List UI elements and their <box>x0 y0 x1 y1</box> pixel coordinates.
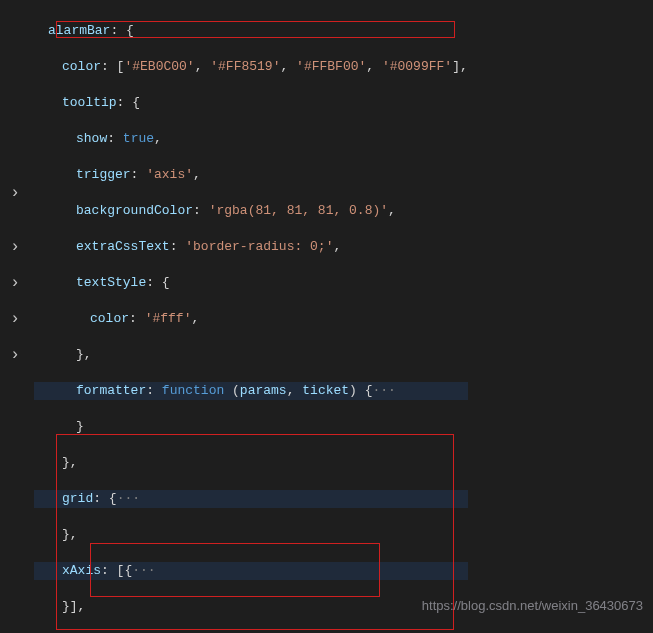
chevron-right-icon <box>10 186 20 201</box>
code-line: extraCssText: 'border-radius: 0;', <box>34 238 468 256</box>
code-line-folded: xAxis: [{··· <box>34 562 468 580</box>
fold-gutter <box>0 0 30 633</box>
gutter-row <box>0 166 30 184</box>
chevron-right-icon <box>10 276 20 291</box>
fold-toggle[interactable] <box>0 310 30 328</box>
gutter-row <box>0 220 30 238</box>
gutter-row <box>0 76 30 94</box>
code-line: alarmBar: { <box>34 22 468 40</box>
gutter-row <box>0 148 30 166</box>
fold-toggle[interactable] <box>0 238 30 256</box>
code-line: }], <box>34 598 468 616</box>
chevron-right-icon <box>10 312 20 327</box>
gutter-row <box>0 58 30 76</box>
gutter-row <box>0 94 30 112</box>
code-line: color: ['#EB0C00', '#FF8519', '#FFBF00',… <box>34 58 468 76</box>
code-line-folded: formatter: function (params, ticket) {··… <box>34 382 468 400</box>
gutter-row <box>0 328 30 346</box>
gutter-row <box>0 202 30 220</box>
chevron-right-icon <box>10 240 20 255</box>
code-editor: alarmBar: { color: ['#EB0C00', '#FF8519'… <box>0 0 653 633</box>
code-line: color: '#fff', <box>34 310 468 328</box>
gutter-row <box>0 112 30 130</box>
code-line: }, <box>34 526 468 544</box>
code-line: }, <box>34 346 468 364</box>
fold-toggle[interactable] <box>0 184 30 202</box>
gutter-row <box>0 4 30 22</box>
code-line: }, <box>34 454 468 472</box>
gutter-row <box>0 130 30 148</box>
code-line: textStyle: { <box>34 274 468 292</box>
gutter-row <box>0 256 30 274</box>
code-line-folded: grid: {··· <box>34 490 468 508</box>
code-line: } <box>34 418 468 436</box>
gutter-row <box>0 40 30 58</box>
chevron-right-icon <box>10 348 20 363</box>
fold-toggle[interactable] <box>0 274 30 292</box>
code-line: show: true, <box>34 130 468 148</box>
gutter-row <box>0 22 30 40</box>
gutter-row <box>0 292 30 310</box>
code-line: trigger: 'axis', <box>34 166 468 184</box>
fold-toggle[interactable] <box>0 346 30 364</box>
code-line: backgroundColor: 'rgba(81, 81, 81, 0.8)'… <box>34 202 468 220</box>
code-content[interactable]: alarmBar: { color: ['#EB0C00', '#FF8519'… <box>30 0 468 633</box>
code-line: tooltip: { <box>34 94 468 112</box>
